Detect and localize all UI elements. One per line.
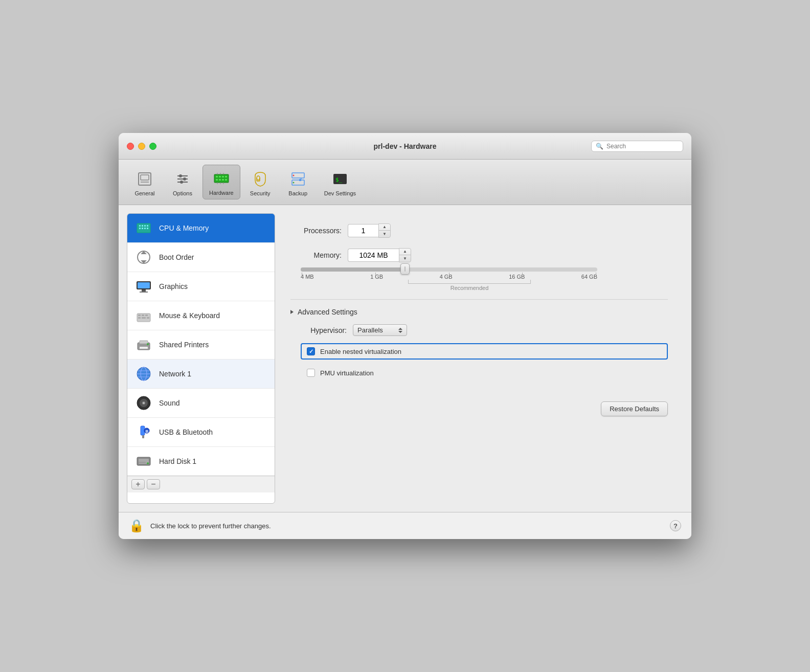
memory-increment-button[interactable]: ▲ xyxy=(399,249,411,255)
svg-rect-69 xyxy=(142,435,144,438)
processors-decrement-button[interactable]: ▼ xyxy=(379,231,390,237)
processors-input[interactable] xyxy=(348,224,378,237)
svg-point-74 xyxy=(147,462,149,464)
toolbar-item-dev-settings[interactable]: $_ Dev Settings xyxy=(318,166,362,199)
svg-rect-50 xyxy=(142,315,144,316)
advanced-settings-title: Advanced Settings xyxy=(298,308,357,316)
lock-icon[interactable]: 🔒 xyxy=(129,519,144,533)
advanced-settings-header[interactable]: Advanced Settings xyxy=(290,308,668,316)
pmu-virt-row[interactable]: PMU virtualization xyxy=(301,365,668,381)
window-title: prl-dev - Hardware xyxy=(374,142,437,150)
svg-rect-36 xyxy=(142,225,143,227)
svg-rect-15 xyxy=(219,179,221,181)
dev-settings-icon: $_ xyxy=(330,169,350,189)
remove-device-button[interactable]: − xyxy=(147,479,160,489)
toolbar-item-hardware[interactable]: Hardware xyxy=(202,165,240,199)
select-arrow-down-icon xyxy=(398,331,402,333)
sidebar-label-sound: Sound xyxy=(159,399,179,407)
sidebar-label-network: Network 1 xyxy=(159,370,191,378)
sidebar-item-network[interactable]: Network 1 xyxy=(127,360,275,389)
svg-rect-51 xyxy=(145,315,148,316)
hypervisor-select[interactable]: Parallels xyxy=(353,324,407,336)
options-label: Options xyxy=(173,190,192,196)
svg-rect-9 xyxy=(214,174,229,183)
sidebar-label-usb-bluetooth: USB & Bluetooth xyxy=(159,428,213,436)
sidebar-item-sound[interactable]: Sound xyxy=(127,389,275,418)
hardware-icon xyxy=(211,168,232,189)
svg-rect-42 xyxy=(147,228,148,229)
svg-rect-11 xyxy=(219,176,221,177)
svg-rect-39 xyxy=(142,228,143,229)
app-window: prl-dev - Hardware 🔍 General xyxy=(119,133,691,539)
memory-decrement-button[interactable]: ▼ xyxy=(399,255,411,262)
shared-printers-icon xyxy=(134,335,153,354)
sidebar-item-cpu-memory[interactable]: CPU & Memory xyxy=(127,214,275,243)
svg-rect-35 xyxy=(139,225,141,227)
search-box[interactable]: 🔍 xyxy=(591,141,683,152)
svg-point-67 xyxy=(143,402,145,404)
svg-rect-38 xyxy=(139,228,141,229)
sidebar-bottom: + − xyxy=(127,476,275,492)
search-input[interactable] xyxy=(606,143,679,150)
select-arrow-up-icon xyxy=(398,328,402,330)
main-panel: Processors: ▲ ▼ Memory: ▲ ▼ xyxy=(275,213,683,504)
security-label: Security xyxy=(250,190,271,196)
svg-rect-57 xyxy=(140,347,148,349)
restore-defaults-button[interactable]: Restore Defaults xyxy=(601,401,668,416)
sidebar-item-boot-order[interactable]: Boot Order xyxy=(127,243,275,272)
sidebar-item-shared-printers[interactable]: Shared Printers xyxy=(127,330,275,360)
sidebar: CPU & Memory Boot Order xyxy=(127,213,275,504)
minimize-button[interactable] xyxy=(138,143,145,150)
memory-label: Memory: xyxy=(290,251,342,259)
close-button[interactable] xyxy=(127,143,134,150)
hard-disk-icon xyxy=(134,452,153,471)
svg-point-58 xyxy=(147,343,149,345)
recommended-section: Recommended xyxy=(301,280,597,291)
svg-rect-14 xyxy=(216,179,218,181)
hypervisor-row: Hypervisor: Parallels xyxy=(301,324,668,336)
add-device-button[interactable]: + xyxy=(131,479,145,489)
backup-icon xyxy=(288,169,308,189)
toolbar: General Options xyxy=(119,160,691,205)
footer-left: 🔒 Click the lock to prevent further chan… xyxy=(129,519,271,533)
backup-label: Backup xyxy=(288,190,307,196)
svg-rect-12 xyxy=(222,176,224,177)
help-button[interactable]: ? xyxy=(670,520,681,531)
toolbar-item-security[interactable]: Security xyxy=(242,166,278,199)
nested-virt-label: Enable nested virtualization xyxy=(320,348,401,355)
svg-text:B: B xyxy=(146,429,149,434)
pmu-virt-checkbox[interactable] xyxy=(307,369,315,377)
toolbar-item-general[interactable]: General xyxy=(127,166,163,199)
toolbar-item-options[interactable]: Options xyxy=(165,166,200,199)
memory-slider-container: 4 MB 1 GB 4 GB 16 GB 64 GB Recommended xyxy=(301,267,668,291)
sidebar-label-boot-order: Boot Order xyxy=(159,253,194,261)
svg-rect-1 xyxy=(141,175,149,180)
options-icon xyxy=(172,169,193,189)
svg-rect-16 xyxy=(222,179,224,181)
hardware-label: Hardware xyxy=(209,190,234,196)
nested-virt-row[interactable]: Enable nested virtualization xyxy=(301,343,668,360)
divider xyxy=(290,299,668,300)
toolbar-item-backup[interactable]: Backup xyxy=(280,166,316,199)
general-label: General xyxy=(134,190,154,196)
processors-label: Processors: xyxy=(290,227,342,235)
cpu-memory-icon xyxy=(134,219,153,237)
general-icon xyxy=(134,169,155,189)
svg-rect-47 xyxy=(140,292,148,293)
sidebar-item-hard-disk[interactable]: Hard Disk 1 xyxy=(127,447,275,476)
titlebar: prl-dev - Hardware 🔍 xyxy=(119,133,691,160)
memory-slider-track[interactable] xyxy=(301,267,597,272)
sidebar-item-usb-bluetooth[interactable]: B USB & Bluetooth xyxy=(127,418,275,447)
sidebar-label-mouse-keyboard: Mouse & Keyboard xyxy=(159,311,220,320)
usb-bluetooth-icon: B xyxy=(134,423,153,441)
memory-input[interactable] xyxy=(348,249,399,262)
memory-slider-fill xyxy=(301,267,404,272)
sidebar-label-shared-printers: Shared Printers xyxy=(159,341,209,349)
maximize-button[interactable] xyxy=(149,143,156,150)
sidebar-item-mouse-keyboard[interactable]: Mouse & Keyboard xyxy=(127,301,275,330)
sidebar-item-graphics[interactable]: Graphics xyxy=(127,272,275,301)
nested-virt-checkbox[interactable] xyxy=(307,347,315,355)
processors-stepper-buttons: ▲ ▼ xyxy=(378,223,391,238)
hypervisor-label: Hypervisor: xyxy=(301,326,347,334)
processors-increment-button[interactable]: ▲ xyxy=(379,224,390,231)
